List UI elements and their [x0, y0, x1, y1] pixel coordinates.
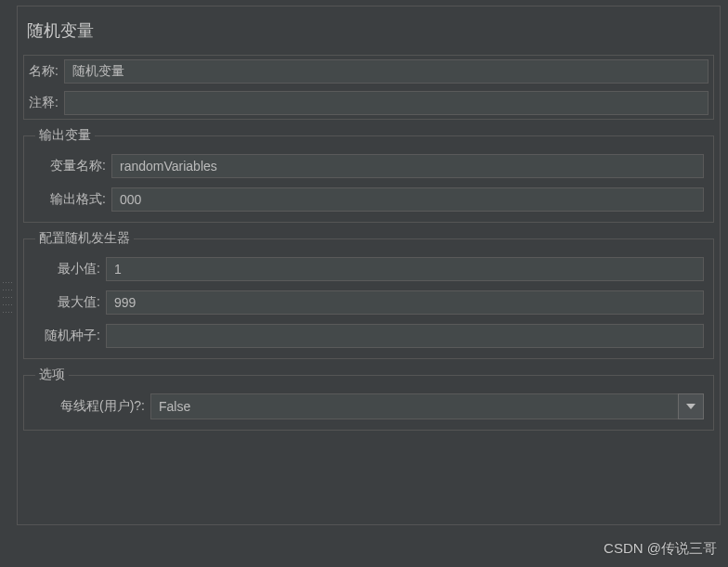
comment-label: 注释: — [29, 95, 58, 111]
chevron-down-icon — [686, 404, 696, 409]
options-legend: 选项 — [35, 367, 69, 383]
comment-row: 注释: — [24, 87, 713, 119]
min-row: 最小值: — [30, 252, 708, 286]
panel-title: 随机变量 — [18, 6, 720, 51]
per-thread-dropdown-button[interactable] — [678, 393, 704, 419]
seed-label: 随机种子: — [33, 328, 100, 344]
per-thread-label: 每线程(用户)?: — [33, 398, 145, 415]
per-thread-select[interactable]: False — [150, 393, 704, 419]
min-input[interactable] — [106, 257, 704, 281]
comment-input[interactable] — [64, 91, 708, 115]
format-row: 输出格式: — [30, 183, 708, 216]
options-group: 选项 每线程(用户)?: False — [23, 367, 714, 431]
format-input[interactable] — [111, 187, 704, 212]
per-thread-row: 每线程(用户)?: False — [30, 389, 708, 424]
random-variable-panel: 随机变量 名称: 注释: 输出变量 变量名称: 输出格式: 配置随机发生器 最小… — [17, 6, 721, 525]
var-name-label: 变量名称: — [33, 158, 106, 174]
per-thread-value: False — [150, 393, 678, 419]
split-handle[interactable] — [3, 278, 12, 316]
seed-row: 随机种子: — [30, 319, 708, 353]
format-label: 输出格式: — [33, 191, 106, 208]
max-input[interactable] — [106, 290, 704, 315]
max-label: 最大值: — [33, 294, 100, 311]
random-group: 配置随机发生器 最小值: 最大值: 随机种子: — [23, 230, 714, 359]
name-label: 名称: — [29, 63, 58, 80]
name-input[interactable] — [64, 59, 708, 84]
seed-input[interactable] — [106, 324, 704, 348]
max-row: 最大值: — [30, 286, 708, 319]
var-name-row: 变量名称: — [30, 149, 708, 183]
var-name-input[interactable] — [111, 154, 704, 178]
random-legend: 配置随机发生器 — [35, 230, 134, 247]
min-label: 最小值: — [33, 261, 100, 277]
output-group: 输出变量 变量名称: 输出格式: — [23, 127, 714, 223]
name-row: 名称: — [24, 56, 713, 87]
output-legend: 输出变量 — [35, 127, 95, 144]
common-area: 名称: 注释: — [23, 55, 714, 120]
watermark: CSDN @传说三哥 — [604, 540, 717, 558]
